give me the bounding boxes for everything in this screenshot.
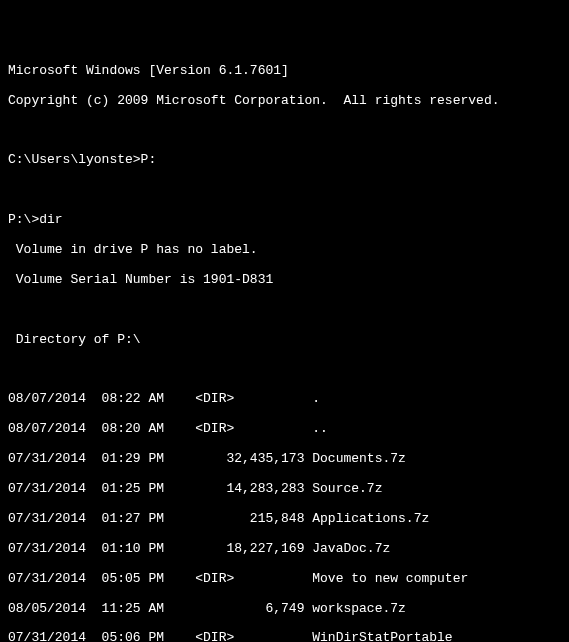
dir-row: 08/05/2014 11:25 AM 6,749 workspace.7z — [8, 602, 561, 617]
blank — [8, 303, 561, 318]
directory-header: Directory of P:\ — [8, 333, 561, 348]
dir-row: 07/31/2014 01:25 PM 14,283,283 Source.7z — [8, 482, 561, 497]
dir-row: 08/07/2014 08:20 AM <DIR> .. — [8, 422, 561, 437]
blank — [8, 124, 561, 139]
blank — [8, 363, 561, 378]
header-version: Microsoft Windows [Version 6.1.7601] — [8, 64, 561, 79]
dir-row: 07/31/2014 01:10 PM 18,227,169 JavaDoc.7… — [8, 542, 561, 557]
dir-row: 07/31/2014 01:29 PM 32,435,173 Documents… — [8, 452, 561, 467]
dir-row: 07/31/2014 05:05 PM <DIR> Move to new co… — [8, 572, 561, 587]
dir-row: 08/07/2014 08:22 AM <DIR> . — [8, 392, 561, 407]
prompt-dir[interactable]: P:\>dir — [8, 213, 561, 228]
header-copyright: Copyright (c) 2009 Microsoft Corporation… — [8, 94, 561, 109]
volume-label: Volume in drive P has no label. — [8, 243, 561, 258]
dir-row: 07/31/2014 05:06 PM <DIR> WinDirStatPort… — [8, 631, 561, 642]
dir-row: 07/31/2014 01:27 PM 215,848 Applications… — [8, 512, 561, 527]
blank — [8, 183, 561, 198]
volume-serial: Volume Serial Number is 1901-D831 — [8, 273, 561, 288]
prompt-drive-change[interactable]: C:\Users\lyonste>P: — [8, 153, 561, 168]
